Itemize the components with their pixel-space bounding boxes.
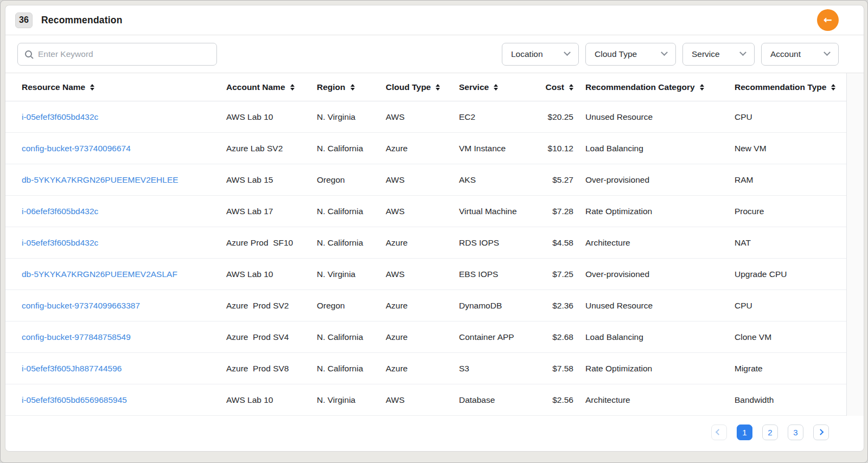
cell-account-name: Azure Prod SV4 [226, 332, 317, 342]
cell-cost: $7.58 [537, 364, 585, 374]
column-label: Recommendation Type [735, 82, 826, 92]
cell-service: EBS IOPS [459, 269, 537, 279]
column-header-region[interactable]: Region [317, 82, 386, 92]
cell-cost: $7.28 [537, 207, 585, 216]
cell-cost: $20.25 [537, 112, 585, 122]
table-row: config-bucket-977848758549 Azure Prod SV… [5, 321, 864, 353]
cell-cost: $2.56 [537, 395, 585, 405]
column-header-recommendation-type[interactable]: Recommendation Type [735, 82, 851, 92]
cell-account-name: AWS Lab 17 [226, 207, 317, 216]
back-button[interactable]: ← [817, 9, 839, 31]
cell-region: N. California [317, 238, 386, 248]
column-label: Resource Name [22, 82, 85, 92]
recommendation-panel: 36 Recommendation ← Location Cloud Type [5, 5, 864, 452]
table-row: i-06efef3f605bd432c AWS Lab 17 N. Califo… [5, 196, 864, 227]
column-label: Account Name [226, 82, 285, 92]
pagination-page-2[interactable]: 2 [762, 425, 778, 440]
cell-recommendation-category: Over-provisioned [585, 175, 735, 185]
resource-name-link[interactable]: i-05efef3f605bd432c [22, 112, 226, 122]
resource-name-link[interactable]: config-bucket-97374099663387 [22, 301, 226, 311]
screen-background: 36 Recommendation ← Location Cloud Type [0, 0, 868, 463]
pagination-page-1[interactable]: 1 [737, 425, 752, 440]
table-body: i-05efef3f605bd432c AWS Lab 10 N. Virgin… [5, 101, 864, 416]
filter-location[interactable]: Location [502, 43, 579, 66]
cell-cost: $4.58 [537, 238, 585, 248]
chevron-down-icon [739, 49, 746, 56]
cell-cloud-type: Azure [386, 144, 459, 153]
column-header-cloud-type[interactable]: Cloud Type [386, 82, 459, 92]
cell-cloud-type: Azure [386, 332, 459, 342]
cell-account-name: AWS Lab 10 [226, 395, 317, 405]
page-title: Recommendation [41, 15, 123, 26]
filter-service-label: Service [692, 49, 720, 59]
column-label: Region [317, 82, 346, 92]
sort-icon[interactable] [90, 84, 94, 91]
sort-icon[interactable] [700, 84, 704, 91]
cell-recommendation-category: Architecture [585, 395, 735, 405]
cell-recommendation-type: RAM [735, 175, 851, 185]
pagination-prev-button[interactable] [711, 425, 727, 440]
pagination-page-3[interactable]: 3 [788, 425, 803, 440]
cell-recommendation-type: Upgrade CPU [735, 269, 851, 279]
sort-icon[interactable] [569, 84, 573, 91]
filter-account[interactable]: Account [761, 43, 839, 66]
cell-account-name: AWS Lab 10 [226, 112, 317, 122]
cell-cost: $2.68 [537, 332, 585, 342]
sort-icon[interactable] [436, 84, 440, 91]
resource-name-link[interactable]: i-05efef3f605bd6569685945 [22, 395, 226, 405]
column-header-resource-name[interactable]: Resource Name [22, 82, 226, 92]
cell-region: N. California [317, 144, 386, 153]
cell-service: Virtual Machine [459, 207, 537, 216]
resource-name-link[interactable]: db-5YKYKA7KRGN26PUEEMEV2EHLEE [22, 175, 226, 185]
sort-icon[interactable] [290, 84, 295, 91]
cell-recommendation-type: NAT [735, 238, 851, 248]
sort-icon[interactable] [350, 84, 355, 91]
column-header-account-name[interactable]: Account Name [226, 82, 317, 92]
sort-icon[interactable] [831, 84, 835, 91]
column-label: Recommendation Category [585, 82, 695, 92]
cell-account-name: Azure Prod SV2 [226, 301, 317, 311]
resource-name-link[interactable]: i-06efef3f605bd432c [22, 207, 226, 216]
cell-cloud-type: Azure [386, 364, 459, 374]
search-input[interactable] [38, 49, 209, 59]
filter-cloud-type[interactable]: Cloud Type [585, 43, 676, 66]
pagination-next-button[interactable] [813, 425, 829, 440]
cell-account-name: AWS Lab 10 [226, 269, 317, 279]
search-box[interactable] [17, 43, 217, 66]
cell-recommendation-category: Unused Resource [585, 112, 735, 122]
resource-name-link[interactable]: config-bucket-973740096674 [22, 144, 226, 153]
filter-group: Location Cloud Type Service Account [502, 43, 839, 66]
cell-cloud-type: AWS [386, 112, 459, 122]
cell-recommendation-category: Architecture [585, 238, 735, 248]
cell-region: N. California [317, 332, 386, 342]
column-header-recommendation-category[interactable]: Recommendation Category [585, 82, 735, 92]
filter-account-label: Account [770, 49, 801, 59]
resource-name-link[interactable]: i-05efef3f605Jh887744596 [22, 364, 226, 374]
cell-cloud-type: AWS [386, 175, 459, 185]
table-row: i-05efef3f605Jh887744596 Azure Prod SV8 … [5, 353, 864, 384]
resource-name-link[interactable]: config-bucket-977848758549 [22, 332, 226, 342]
column-header-service[interactable]: Service [459, 82, 537, 92]
cell-recommendation-type: Migrate [735, 364, 851, 374]
cell-cloud-type: AWS [386, 207, 459, 216]
filter-location-label: Location [511, 49, 543, 59]
recommendation-table: Resource Name Account Name Region Cloud … [5, 73, 864, 416]
cell-service: AKS [459, 175, 537, 185]
cell-cost: $5.27 [537, 175, 585, 185]
cell-region: N. Virginia [317, 269, 386, 279]
column-header-cost[interactable]: Cost [537, 82, 585, 92]
cell-recommendation-type: CPU [735, 301, 851, 311]
cell-recommendation-category: Rate Optimization [585, 207, 735, 216]
cell-cost: $10.12 [537, 144, 585, 153]
cell-recommendation-type: New VM [735, 144, 851, 153]
panel-header: 36 Recommendation ← [5, 5, 864, 35]
resource-name-link[interactable]: db-5YKYKA7KRGN26PUEEMEV2ASLAF [22, 269, 226, 279]
table-row: db-5YKYKA7KRGN26PUEEMEV2ASLAF AWS Lab 10… [5, 259, 864, 290]
chevron-right-icon [817, 429, 823, 435]
resource-name-link[interactable]: i-05efef3f605bd432c [22, 238, 226, 248]
chevron-down-icon [661, 49, 668, 56]
sort-icon[interactable] [494, 84, 498, 91]
filter-service[interactable]: Service [682, 43, 755, 66]
cell-recommendation-type: Bandwidth [735, 395, 851, 405]
table-row: db-5YKYKA7KRGN26PUEEMEV2EHLEE AWS Lab 15… [5, 164, 864, 196]
